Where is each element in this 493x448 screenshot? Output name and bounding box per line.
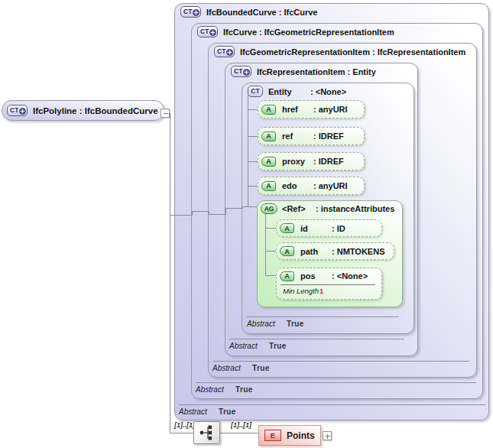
complex-type-icon-label: CT: [234, 68, 242, 75]
plus-icon: [243, 69, 250, 76]
cardinality-label-left: [1]..[1]: [174, 421, 195, 429]
minus-icon: [164, 113, 168, 114]
complex-type-icon-label: CT: [217, 48, 225, 55]
attribute-type: : NMTOKENS: [332, 247, 384, 256]
type-header-ifcgeometricrepresentationitem[interactable]: CT IfcGeometricRepresentationItem : IfcR…: [214, 46, 465, 57]
attribute-icon: A: [280, 223, 294, 233]
abstract-label: Abstract: [179, 407, 219, 416]
abstract-facet-row: Abstract True: [229, 339, 404, 350]
attribute-name: id: [300, 224, 332, 233]
attribute-icon-label: A: [284, 272, 290, 280]
sequence-compositor[interactable]: [193, 421, 220, 444]
attribute-icon-label: A: [266, 106, 271, 113]
plus-icon: [327, 434, 328, 439]
attribute-group-icon: AG: [261, 203, 277, 214]
attribute-type: : ID: [332, 224, 345, 233]
attribute-type: : anyURI: [313, 105, 348, 114]
attribute-icon: A: [261, 105, 276, 115]
complex-type-icon: CT: [231, 66, 251, 77]
type-title: IfcGeometricRepresentationItem : IfcRepr…: [240, 47, 465, 57]
type-name: Entity: [268, 87, 305, 96]
expand-toggle[interactable]: [323, 431, 332, 440]
complex-type-icon: CT: [214, 46, 235, 57]
element-icon: E: [264, 430, 281, 441]
abstract-label: Abstract: [212, 364, 252, 372]
sequence-icon: [198, 424, 216, 442]
attribute-type: : <None>: [332, 271, 368, 281]
complex-type-icon-label: CT: [183, 8, 192, 15]
abstract-facet-row: Abstract True: [247, 317, 399, 328]
attribute-group-name: <Ref>: [282, 204, 311, 213]
attribute-icon: A: [280, 271, 294, 281]
abstract-value: True: [219, 407, 236, 416]
abstract-facet-row: Abstract True: [196, 382, 476, 394]
abstract-value: True: [235, 385, 253, 394]
attribute-icon: A: [261, 157, 276, 167]
element-name: Points: [287, 430, 315, 441]
attribute-icon-label: A: [284, 225, 290, 232]
complex-type-icon-label: CT: [251, 88, 259, 95]
attribute-name: href: [282, 105, 313, 114]
attribute-group-icon-label: AG: [264, 205, 274, 213]
plus-icon: [226, 49, 233, 56]
type-title: IfcRepresentationItem : Entity: [257, 67, 376, 76]
type-header-ifccurve[interactable]: CT IfcCurve : IfcGeometricRepresentation…: [197, 26, 394, 37]
attribute-icon: A: [261, 131, 276, 141]
attribute-icon: A: [280, 246, 294, 256]
complex-type-icon: CT: [197, 26, 218, 37]
attribute-proxy[interactable]: A proxy : IDREF: [258, 152, 365, 170]
complex-type-icon: CT: [7, 105, 28, 116]
attribute-icon-label: A: [266, 132, 271, 140]
attribute-type: : IDREF: [313, 131, 344, 141]
type-header-entity[interactable]: CT Entity : <None>: [248, 86, 346, 97]
min-length-facet-row: Min Length 1: [281, 284, 375, 295]
attribute-group-type: : instanceAttributes: [316, 204, 394, 213]
type-base: : <None>: [310, 87, 346, 96]
attribute-edo[interactable]: A edo : anyURI: [258, 177, 365, 195]
type-header-ifcboundedcurve[interactable]: CT IfcBoundedCurve : IfcCurve: [180, 6, 317, 18]
complex-type-icon-label: CT: [200, 28, 209, 35]
attribute-href[interactable]: A href : anyURI: [258, 100, 365, 118]
abstract-value: True: [269, 342, 287, 350]
attribute-name: pos: [300, 271, 332, 281]
cardinality-label-right: [1]..[1]: [231, 421, 251, 429]
plus-icon: [209, 29, 216, 36]
element-points[interactable]: E Points: [258, 425, 321, 446]
attribute-group-header[interactable]: AG <Ref> : instanceAttributes: [261, 203, 394, 214]
attribute-name: ref: [282, 131, 313, 141]
type-title: IfcBoundedCurve : IfcCurve: [206, 8, 317, 17]
attribute-name: path: [300, 247, 332, 256]
attribute-type: : IDREF: [313, 157, 344, 166]
attribute-icon-label: A: [266, 157, 271, 165]
abstract-value: True: [252, 364, 270, 372]
attribute-icon-label: A: [266, 182, 271, 190]
collapse-toggle[interactable]: [161, 109, 170, 118]
complex-type-icon-label: CT: [10, 107, 18, 114]
attribute-path[interactable]: A path : NMTOKENS: [276, 242, 394, 260]
facet-value: 1: [319, 287, 323, 295]
root-element-title: IfcPolyline : IfcBoundedCurve: [33, 106, 158, 115]
root-element-ifcpolyline[interactable]: CT IfcPolyline : IfcBoundedCurve: [2, 100, 164, 121]
attribute-pos[interactable]: A pos : <None> Min Length 1: [276, 268, 382, 300]
plus-icon: [193, 9, 199, 16]
attribute-id[interactable]: A id : ID: [276, 219, 382, 237]
plus-icon: [19, 108, 26, 115]
attribute-ref[interactable]: A ref : IDREF: [258, 127, 365, 145]
type-header-ifcrepresentationitem[interactable]: CT IfcRepresentationItem : Entity: [231, 66, 376, 77]
attribute-icon-label: A: [284, 248, 290, 255]
complex-type-icon: CT: [180, 6, 201, 18]
attribute-icon: A: [261, 181, 276, 191]
abstract-label: Abstract: [196, 385, 235, 394]
element-icon-label: E: [271, 431, 275, 440]
abstract-facet-row: Abstract True: [179, 404, 485, 416]
type-title: IfcCurve : IfcGeometricRepresentationIte…: [223, 28, 394, 37]
abstract-label: Abstract: [247, 320, 287, 328]
xsd-inheritance-diagram: CT IfcBoundedCurve : IfcCurve Abstract T…: [0, 0, 493, 448]
abstract-value: True: [287, 320, 304, 328]
attribute-type: : anyURI: [313, 181, 348, 190]
attribute-row: A pos : <None>: [277, 268, 381, 284]
facet-label: Min Length: [283, 287, 319, 295]
attribute-name: proxy: [282, 157, 313, 166]
abstract-facet-row: Abstract True: [212, 361, 469, 372]
attribute-name: edo: [282, 181, 313, 190]
